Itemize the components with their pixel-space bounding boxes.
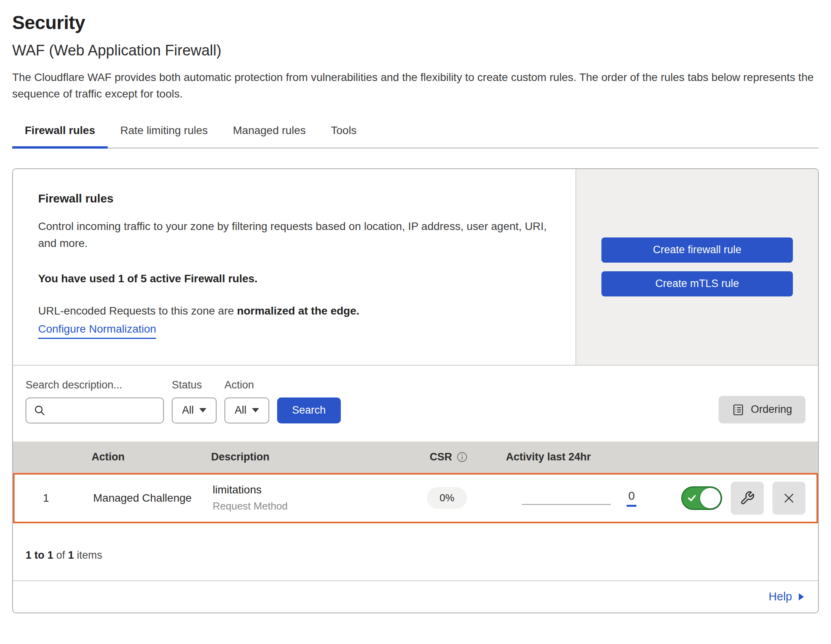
help-link[interactable]: Help [768,590,805,603]
page-title: Security [12,12,819,33]
create-firewall-rule-button[interactable]: Create firewall rule [601,237,793,263]
tab-firewall-rules[interactable]: Firewall rules [12,118,108,149]
rule-priority: 1 [15,492,77,504]
security-waf-page: Security WAF (Web Application Firewall) … [0,0,831,613]
waf-tab-bar: Firewall rules Rate limiting rules Manag… [12,118,819,149]
summary-items: items [74,549,102,561]
info-icon[interactable] [457,452,467,462]
summary-total: 1 [68,549,74,561]
rule-expression: Request Method [213,500,400,512]
rule-description-cell: limitations Request Method [207,484,400,512]
tab-rate-limiting-rules[interactable]: Rate limiting rules [108,118,221,149]
ordering-button[interactable]: Ordering [719,396,805,423]
help-link-label: Help [768,590,792,603]
activity-count-link[interactable]: 0 [627,489,636,507]
card-heading: Firewall rules [38,192,550,205]
toggle-knob [700,488,721,508]
firewall-rules-info: Firewall rules Control incoming traffic … [13,169,575,365]
usage-summary: You have used 1 of 5 active Firewall rul… [38,272,550,285]
summary-range: 1 to 1 [26,549,53,561]
rule-controls [667,482,816,515]
page-description: The Cloudflare WAF provides both automat… [12,69,819,102]
configure-normalization-link[interactable]: Configure Normalization [38,323,156,339]
status-filter-group: Status All [172,379,217,423]
activity-sparkline [522,504,611,505]
status-dropdown[interactable]: All [172,397,217,423]
rule-action: Managed Challenge [77,492,207,504]
header-csr: CSR [401,451,496,463]
search-input[interactable] [51,404,156,416]
help-row: Help [13,580,818,613]
create-mtls-rule-button[interactable]: Create mTLS rule [601,271,793,296]
normalization-note: URL-encoded Requests to this zone are no… [38,305,550,317]
rule-enabled-toggle[interactable] [681,486,722,510]
action-dropdown[interactable]: All [224,397,269,423]
tab-managed-rules[interactable]: Managed rules [221,118,318,149]
firewall-rules-card: Firewall rules Control incoming traffic … [12,168,819,613]
action-filter-group: Action All [224,379,269,423]
table-row: 1 Managed Challenge limitations Request … [13,473,818,523]
card-top-section: Firewall rules Control incoming traffic … [13,169,818,366]
rule-activity-cell: 0 [494,489,667,507]
card-description: Control incoming traffic to your zone by… [38,218,549,252]
table-header: Action Description CSR Activity last 24h… [13,442,818,473]
wrench-icon [740,491,755,506]
action-label: Action [224,379,269,391]
rule-description: limitations [213,484,400,496]
edit-rule-button[interactable] [731,482,764,515]
status-dropdown-value: All [182,404,194,416]
delete-rule-button[interactable] [772,482,805,515]
list-ordering-icon [732,403,745,416]
status-label: Status [172,379,217,391]
csr-badge: 0% [427,487,467,509]
check-icon [687,493,697,503]
page-subtitle: WAF (Web Application Firewall) [12,42,819,59]
pagination-summary: 1 to 1 of 1 items [13,523,818,580]
arrow-right-icon [798,592,805,602]
tab-tools[interactable]: Tools [318,118,369,149]
create-rule-panel: Create firewall rule Create mTLS rule [575,169,818,365]
close-icon [782,491,796,505]
summary-of: of [53,549,68,561]
header-csr-label: CSR [430,451,452,463]
normalization-text: URL-encoded Requests to this zone are [38,305,237,317]
chevron-down-icon [252,408,259,412]
chevron-down-icon [199,408,206,412]
search-button[interactable]: Search [277,397,341,423]
normalization-bold: normalized at the edge. [237,305,359,317]
header-description: Description [206,451,401,463]
search-icon [33,404,46,417]
rule-csr-cell: 0% [400,487,494,509]
header-activity: Activity last 24hr [496,451,669,463]
action-dropdown-value: All [235,404,246,416]
search-box [26,397,164,423]
header-action: Action [76,451,206,463]
ordering-button-label: Ordering [751,403,792,416]
filter-bar: Search description... Status All Action [13,366,818,442]
search-label: Search description... [26,379,164,391]
search-group: Search description... [26,379,164,423]
